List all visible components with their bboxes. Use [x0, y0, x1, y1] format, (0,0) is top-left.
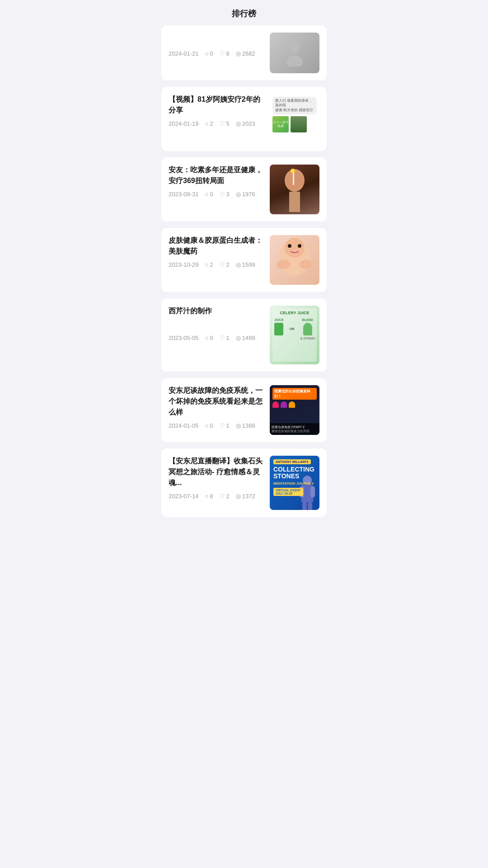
- comment-icon: ○: [205, 261, 209, 268]
- svg-point-11: [299, 260, 313, 269]
- svg-rect-3: [289, 192, 300, 212]
- page-title: 排行榜: [232, 9, 256, 18]
- svg-point-5: [291, 169, 295, 173]
- article-title: 安友：吃素多年还是亚健康，安疗369扭转局面: [169, 165, 264, 186]
- like-icon: ♡: [220, 50, 225, 57]
- view-icon: ◎: [236, 261, 241, 268]
- view-count: ◎ 1372: [236, 493, 255, 500]
- view-count: ◎ 2023: [236, 120, 255, 127]
- like-count: ♡ 8: [220, 50, 230, 57]
- article-meta: 2024-01-19 ○ 2 ♡ 5 ◎ 2023: [169, 120, 264, 127]
- article-content: 2024-01-21 ○ 0 ♡ 8 ◎ 2682: [169, 33, 264, 57]
- date: 2023-05-05: [169, 335, 199, 341]
- article-meta: 2023-10-29 ○ 2 ♡ 2 ◎ 1599: [169, 261, 264, 268]
- view-icon: ◎: [236, 422, 241, 429]
- view-icon: ◎: [236, 50, 241, 57]
- comment-count: ○ 2: [205, 120, 213, 127]
- comment-icon: ○: [205, 120, 209, 127]
- comment-icon: ○: [205, 191, 209, 198]
- comment-count: ○ 0: [205, 50, 213, 57]
- view-count: ◎ 1499: [236, 335, 255, 341]
- article-meta: 2023-07-14 ○ 8 ♡ 2 ◎ 1372: [169, 493, 264, 500]
- article-meta: 2023-05-05 ○ 0 ♡ 1 ◎ 1499: [169, 335, 264, 341]
- article-list: 2024-01-21 ○ 0 ♡ 8 ◎ 2682: [156, 25, 332, 517]
- like-icon: ♡: [220, 422, 225, 429]
- article-title: 【安东尼直播翻译】收集石头冥想之旅活动- 疗愈情感＆灵魂...: [169, 456, 264, 488]
- table-row[interactable]: 【安东尼直播翻译】收集石头冥想之旅活动- 疗愈情感＆灵魂... 2023-07-…: [161, 448, 327, 517]
- table-row[interactable]: 2024-01-21 ○ 0 ♡ 8 ◎ 2682: [161, 25, 327, 80]
- svg-rect-15: [310, 486, 315, 497]
- svg-rect-4: [293, 171, 294, 185]
- view-icon: ◎: [236, 493, 241, 500]
- article-thumbnail: ANTHONY WILLIAM'S COLLECTINGSTONES MEDIT…: [270, 456, 319, 510]
- comment-count: ○ 2: [205, 261, 213, 268]
- article-meta: 2024-01-05 ○ 0 ♡ 1 ◎ 1388: [169, 422, 264, 429]
- article-meta: 2024-01-21 ○ 0 ♡ 8 ◎ 2682: [169, 50, 264, 57]
- date: 2023-08-31: [169, 191, 199, 198]
- article-thumbnail: CELERY JUICE JUICE OR BLEND & STRAIN: [270, 306, 319, 364]
- date: 2023-10-29: [169, 261, 199, 268]
- page-header: 排行榜: [156, 0, 332, 25]
- date: 2023-07-14: [169, 493, 199, 500]
- like-icon: ♡: [220, 493, 225, 500]
- article-content: 安友：吃素多年还是亚健康，安疗369扭转局面 2023-08-31 ○ 0 ♡ …: [169, 165, 264, 198]
- article-content: 安东尼谈故障的免疫系统，一个坏掉的免疫系统看起来是怎么样 2024-01-05 …: [169, 385, 264, 429]
- view-icon: ◎: [236, 120, 241, 127]
- article-content: 皮肤健康＆胶原蛋白生成者：美肤魔药 2023-10-29 ○ 2 ♡ 2 ◎ 1…: [169, 235, 264, 268]
- svg-point-10: [277, 260, 290, 269]
- table-row[interactable]: 安友：吃素多年还是亚健康，安疗369扭转局面 2023-08-31 ○ 0 ♡ …: [161, 157, 327, 222]
- comment-icon: ○: [205, 335, 209, 341]
- svg-point-9: [298, 244, 301, 248]
- article-thumbnail: [270, 235, 319, 285]
- article-thumbnail: 家人们 请看我的身体，真的很健康 刚才录的 感谢安疗 八十一岁不老身: [270, 94, 319, 144]
- view-count: ◎ 1599: [236, 261, 255, 268]
- article-title: 皮肤健康＆胶原蛋白生成者：美肤魔药: [169, 235, 264, 257]
- article-title: 【视频】81岁阿姨安疗2年的分享: [169, 94, 264, 116]
- article-content: 【安东尼直播翻译】收集石头冥想之旅活动- 疗愈情感＆灵魂... 2023-07-…: [169, 456, 264, 500]
- like-icon: ♡: [220, 261, 225, 268]
- article-thumbnail: [270, 33, 319, 73]
- comment-icon: ○: [205, 422, 209, 429]
- svg-rect-16: [302, 503, 307, 510]
- table-row[interactable]: 西芹汁的制作 2023-05-05 ○ 0 ♡ 1 ◎ 1499: [161, 298, 327, 372]
- comment-count: ○ 0: [205, 191, 213, 198]
- table-row[interactable]: 【视频】81岁阿姨安疗2年的分享 2024-01-19 ○ 2 ♡ 5 ◎ 20…: [161, 87, 327, 151]
- like-count: ♡ 5: [220, 120, 230, 127]
- view-count: ◎ 1976: [236, 191, 255, 198]
- view-count: ◎ 1388: [236, 422, 255, 429]
- article-title: 西芹汁的制作: [169, 306, 264, 316]
- comment-count: ○ 8: [205, 493, 213, 500]
- view-count: ◎ 2682: [236, 50, 255, 57]
- article-thumbnail: [270, 165, 319, 214]
- table-row[interactable]: 安东尼谈故障的免疫系统，一个坏掉的免疫系统看起来是怎么样 2024-01-05 …: [161, 378, 327, 442]
- date: 2024-01-05: [169, 422, 199, 429]
- like-count: ♡ 2: [220, 261, 230, 268]
- view-icon: ◎: [236, 335, 241, 341]
- like-icon: ♡: [220, 335, 225, 341]
- like-count: ♡ 1: [220, 422, 230, 429]
- svg-rect-17: [308, 503, 312, 510]
- like-count: ♡ 1: [220, 335, 230, 341]
- article-title: [169, 33, 264, 42]
- article-title: 安东尼谈故障的免疫系统，一个坏掉的免疫系统看起来是怎么样: [169, 385, 264, 418]
- article-content: 西芹汁的制作 2023-05-05 ○ 0 ♡ 1 ◎ 1499: [169, 306, 264, 341]
- svg-point-2: [285, 169, 305, 192]
- svg-point-8: [288, 244, 291, 248]
- date: 2024-01-19: [169, 120, 199, 127]
- svg-point-1: [286, 56, 303, 66]
- like-count: ♡ 2: [220, 493, 230, 500]
- article-meta: 2023-08-31 ○ 0 ♡ 3 ◎ 1976: [169, 191, 264, 198]
- comment-icon: ○: [205, 50, 209, 57]
- article-content: 【视频】81岁阿姨安疗2年的分享 2024-01-19 ○ 2 ♡ 5 ◎ 20…: [169, 94, 264, 127]
- like-icon: ♡: [220, 191, 225, 198]
- like-count: ♡ 3: [220, 191, 230, 198]
- like-icon: ♡: [220, 120, 225, 127]
- svg-point-7: [285, 238, 305, 258]
- comment-icon: ○: [205, 493, 209, 500]
- view-icon: ◎: [236, 191, 241, 198]
- article-thumbnail: 现實也許比你想像更科幻！ 医療当谈免疫力PART Z 膳食也疾病的免疫力的关联: [270, 385, 319, 435]
- comment-count: ○ 0: [205, 422, 213, 429]
- table-row[interactable]: 皮肤健康＆胶原蛋白生成者：美肤魔药 2023-10-29 ○ 2 ♡ 2 ◎ 1…: [161, 228, 327, 292]
- svg-point-0: [289, 42, 300, 53]
- comment-count: ○ 0: [205, 335, 213, 341]
